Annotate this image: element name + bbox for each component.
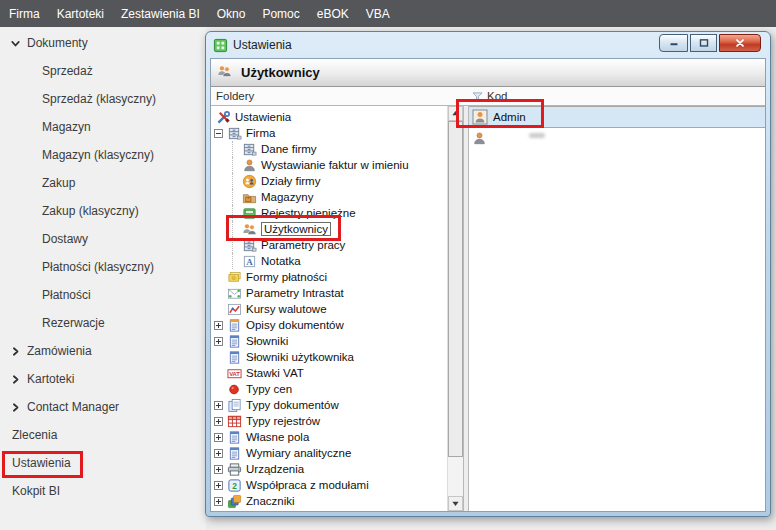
- window-body: Użytkownicy Foldery Kod UstawieniaFirmaD…: [210, 58, 766, 512]
- sidebar-item-contact-manager[interactable]: Contact Manager: [0, 393, 206, 421]
- window-titlebar[interactable]: Ustawienia: [206, 32, 770, 58]
- tree-scrollbar[interactable]: [447, 106, 463, 511]
- sidebar-item-magazyn-klasyczny[interactable]: Magazyn (klasyczny): [0, 141, 206, 169]
- panel-header-label: Użytkownicy: [241, 65, 320, 80]
- tree-item-kursy-walutowe[interactable]: Kursy walutowe: [211, 301, 448, 317]
- sidebar-item-zlecenia[interactable]: Zlecenia: [0, 421, 206, 449]
- sidebar-item-zakup[interactable]: Zakup: [0, 169, 206, 197]
- plus-expander-icon[interactable]: [214, 321, 223, 330]
- menu-item-ebok[interactable]: eBOK: [317, 7, 349, 21]
- minus-expander-icon[interactable]: [214, 129, 223, 138]
- plus-expander-icon[interactable]: [214, 465, 223, 474]
- sidebar-item-label: Ustawienia: [12, 456, 71, 470]
- sidebar-item-label: Sprzedaż (klasyczny): [42, 92, 156, 106]
- navigation-sidebar: DokumentySprzedażSprzedaż (klasyczny)Mag…: [0, 27, 206, 530]
- tree-item-label: Parametry Intrastat: [246, 287, 344, 299]
- tree-indent-guide: [232, 189, 242, 205]
- sidebar-item-płatności[interactable]: Płatności: [0, 281, 206, 309]
- tree-item-użytkownicy[interactable]: Użytkownicy: [211, 221, 448, 237]
- tree-item-słowniki-użytkownika[interactable]: Słowniki użytkownika: [211, 349, 448, 365]
- menu-bar: FirmaKartotekiZestawienia BIOknoPomoceBO…: [0, 0, 776, 27]
- plus-expander-icon[interactable]: [214, 433, 223, 442]
- document-list-icon: [227, 446, 242, 461]
- tree-item-typy-dokumentów[interactable]: Typy dokumentów: [211, 397, 448, 413]
- ustawienia-window: Ustawienia Użytkownicy Foldery Kod U: [205, 31, 771, 517]
- sidebar-item-rezerwacje[interactable]: Rezerwacje: [0, 309, 206, 337]
- folders-tree-panel: UstawieniaFirmaDane firmyWystawianie fak…: [211, 106, 463, 511]
- sidebar-item-ustawienia[interactable]: Ustawienia: [0, 449, 206, 477]
- currency-chart-icon: [227, 302, 242, 317]
- tree-item-ustawienia[interactable]: Ustawienia: [211, 109, 448, 125]
- tree-item-dane-firmy[interactable]: Dane firmy: [211, 141, 448, 157]
- scrollbar-thumb[interactable]: [448, 121, 463, 457]
- sidebar-item-magazyn[interactable]: Magazyn: [0, 113, 206, 141]
- column-headers: Foldery Kod: [211, 87, 765, 106]
- scroll-up-button[interactable]: [448, 106, 463, 121]
- menu-item-pomoc[interactable]: Pomoc: [262, 7, 299, 21]
- tree-item-magazyny[interactable]: Magazyny: [211, 189, 448, 205]
- menu-item-firma[interactable]: Firma: [9, 7, 40, 21]
- user-row[interactable]: [469, 128, 765, 150]
- tree-item-współpraca-z-modułami[interactable]: 2Współpraca z modułami: [211, 477, 448, 493]
- plus-expander-icon[interactable]: [214, 449, 223, 458]
- tree-item-parametry-intrastat[interactable]: Parametry Intrastat: [211, 285, 448, 301]
- tree-item-label: Własne pola: [246, 431, 309, 443]
- tree-item-słowniki[interactable]: Słowniki: [211, 333, 448, 349]
- tree-item-notatka[interactable]: ANotatka: [211, 253, 448, 269]
- tree-indent-guide: [232, 141, 242, 157]
- tree-item-label: Magazyny: [261, 191, 313, 203]
- plus-expander-icon[interactable]: [214, 481, 223, 490]
- sidebar-item-kartoteki[interactable]: Kartoteki: [0, 365, 206, 393]
- sidebar-item-label: Dostawy: [42, 232, 88, 246]
- sidebar-item-płatności-klasyczny[interactable]: Płatności (klasyczny): [0, 253, 206, 281]
- close-button[interactable]: [719, 34, 761, 52]
- kod-header-label: Kod: [487, 90, 507, 102]
- doc-types-icon: [227, 398, 242, 413]
- tree-indent-guide: [232, 173, 242, 189]
- sidebar-item-sprzedaż-klasyczny[interactable]: Sprzedaż (klasyczny): [0, 85, 206, 113]
- tree-item-własne-pola[interactable]: Własne pola: [211, 429, 448, 445]
- sidebar-item-sprzedaż[interactable]: Sprzedaż: [0, 57, 206, 85]
- tools-icon: [216, 110, 231, 125]
- menu-item-kartoteki[interactable]: Kartoteki: [57, 7, 104, 21]
- sidebar-item-dostawy[interactable]: Dostawy: [0, 225, 206, 253]
- tree-item-wymiary-analityczne[interactable]: Wymiary analityczne: [211, 445, 448, 461]
- tree-item-stawki-vat[interactable]: VATStawki VAT: [211, 365, 448, 381]
- tree-item-typy-cen[interactable]: Typy cen: [211, 381, 448, 397]
- tree-item-działy-firmy[interactable]: Działy firmy: [211, 173, 448, 189]
- window-title: Ustawienia: [233, 38, 292, 52]
- sidebar-item-zakup-klasyczny[interactable]: Zakup (klasyczny): [0, 197, 206, 225]
- tree-item-znaczniki[interactable]: Znaczniki: [211, 493, 448, 509]
- sidebar-item-zamówienia[interactable]: Zamówienia: [0, 337, 206, 365]
- plus-expander-icon[interactable]: [214, 337, 223, 346]
- scroll-down-button[interactable]: [448, 496, 463, 511]
- sidebar-item-label: Zakup (klasyczny): [42, 204, 139, 218]
- tree-indent-guide: [232, 157, 242, 173]
- tree-item-label: Formy płatności: [246, 271, 327, 283]
- plus-expander-icon[interactable]: [214, 401, 223, 410]
- menu-item-vba[interactable]: VBA: [366, 7, 390, 21]
- tree-item-label: Typy dokumentów: [246, 399, 339, 411]
- tree-indent-guide: [232, 253, 242, 269]
- kod-column-header[interactable]: Kod: [467, 87, 765, 105]
- tree-item-rejestry-pieniężne[interactable]: Rejestry pieniężne: [211, 205, 448, 221]
- menu-item-okno[interactable]: Okno: [217, 7, 246, 21]
- user-row-admin[interactable]: Admin: [469, 106, 765, 128]
- tree-item-firma[interactable]: Firma: [211, 125, 448, 141]
- plus-expander-icon[interactable]: [214, 497, 223, 506]
- tree-item-urządzenia[interactable]: Urządzenia: [211, 461, 448, 477]
- menu-item-zestawienia-bi[interactable]: Zestawienia BI: [121, 7, 200, 21]
- maximize-button[interactable]: [690, 34, 717, 52]
- tree-item-label: Parametry pracy: [261, 239, 345, 251]
- intrastat-icon: [227, 286, 242, 301]
- tree-item-label: Znaczniki: [246, 495, 295, 507]
- sidebar-item-dokumenty[interactable]: Dokumenty: [0, 29, 206, 57]
- tree-item-wystawianie-faktur-w-imieniu[interactable]: Wystawianie faktur w imieniu: [211, 157, 448, 173]
- plus-expander-icon[interactable]: [214, 417, 223, 426]
- minimize-button[interactable]: [659, 34, 688, 52]
- tree-item-parametry-pracy[interactable]: Parametry pracy: [211, 237, 448, 253]
- tree-item-formy-płatności[interactable]: Formy płatności: [211, 269, 448, 285]
- sidebar-item-kokpit-bi[interactable]: Kokpit BI: [0, 477, 206, 505]
- tree-item-typy-rejestrów[interactable]: Typy rejestrów: [211, 413, 448, 429]
- tree-item-opisy-dokumentów[interactable]: Opisy dokumentów: [211, 317, 448, 333]
